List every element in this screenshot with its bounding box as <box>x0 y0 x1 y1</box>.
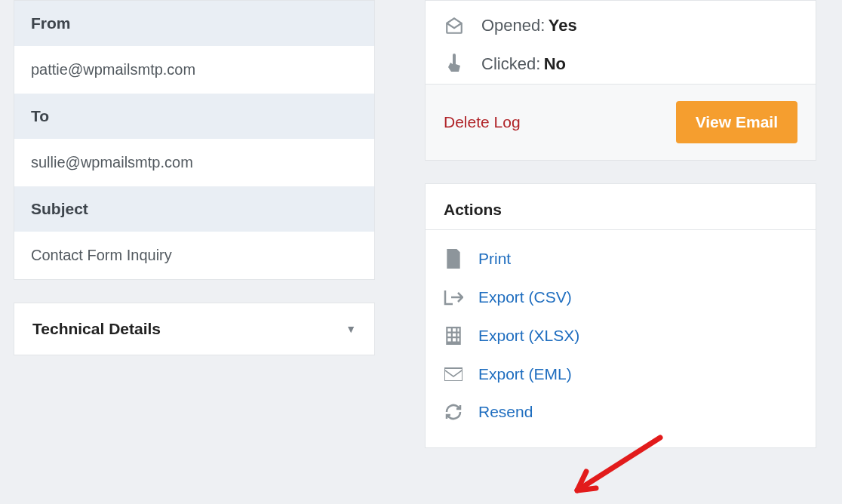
envelope-icon <box>444 367 463 382</box>
view-email-button[interactable]: View Email <box>676 101 797 143</box>
opened-value: Yes <box>549 16 577 35</box>
action-print[interactable]: Print <box>442 239 799 278</box>
technical-details-label: Technical Details <box>32 320 161 338</box>
envelope-open-icon <box>444 16 465 35</box>
from-value: pattie@wpmailsmtp.com <box>14 46 374 94</box>
document-icon <box>444 249 463 269</box>
action-resend[interactable]: Resend <box>442 393 799 431</box>
export-xlsx-link[interactable]: Export (XLSX) <box>478 327 579 345</box>
spreadsheet-icon <box>444 326 463 346</box>
email-details-panel: From pattie@wpmailsmtp.com To sullie@wpm… <box>14 0 375 280</box>
delete-log-link[interactable]: Delete Log <box>444 113 521 131</box>
action-export-xlsx[interactable]: Export (XLSX) <box>442 316 799 355</box>
clicked-row: Clicked: No <box>426 45 816 84</box>
refresh-icon <box>444 403 463 421</box>
clicked-value: No <box>544 54 566 73</box>
opened-label: Opened: <box>481 16 545 35</box>
export-csv-link[interactable]: Export (CSV) <box>478 288 572 306</box>
export-arrow-icon <box>444 289 463 306</box>
from-label: From <box>14 1 374 46</box>
actions-panel: Actions Print Export (CSV) Export (XLSX) <box>425 183 816 448</box>
technical-details-toggle[interactable]: Technical Details ▼ <box>14 303 375 355</box>
actions-title: Actions <box>426 184 816 230</box>
resend-link[interactable]: Resend <box>478 403 533 421</box>
action-export-csv[interactable]: Export (CSV) <box>442 278 799 316</box>
action-export-eml[interactable]: Export (EML) <box>442 355 799 393</box>
chevron-down-icon: ▼ <box>346 323 356 335</box>
subject-value: Contact Form Inquiry <box>14 232 374 279</box>
subject-label: Subject <box>14 186 374 232</box>
status-panel: Opened: Yes Clicked: No Delete Log View … <box>425 0 816 161</box>
opened-row: Opened: Yes <box>426 7 816 45</box>
print-link[interactable]: Print <box>478 250 511 268</box>
to-value: sullie@wpmailsmtp.com <box>14 139 374 186</box>
clicked-label: Clicked: <box>481 54 540 73</box>
export-eml-link[interactable]: Export (EML) <box>478 365 572 383</box>
to-label: To <box>14 94 374 139</box>
pointer-icon <box>444 54 465 75</box>
